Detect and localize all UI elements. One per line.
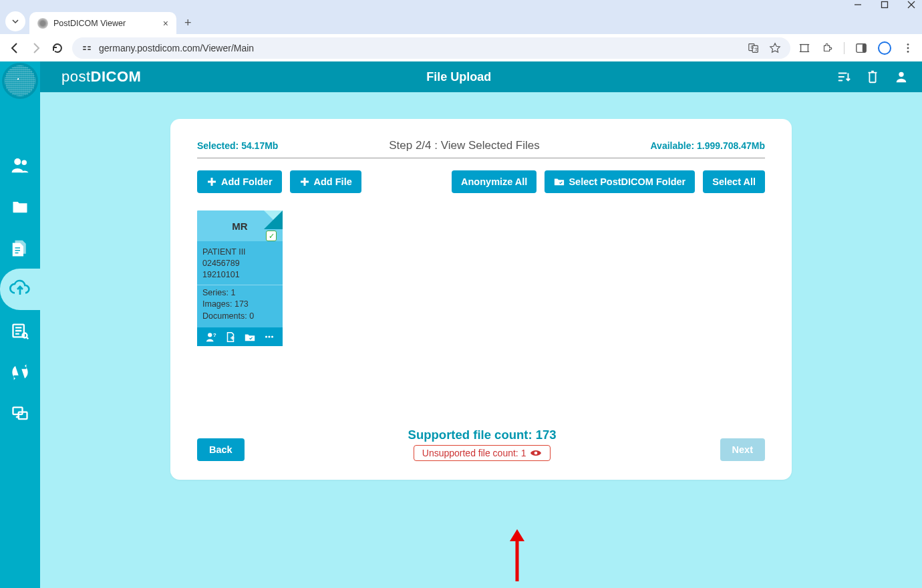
- translate-icon[interactable]: G文: [748, 42, 760, 54]
- file-card-actions: ?: [197, 327, 283, 346]
- available-size-label: Available: 1.999.708.47Mb: [651, 140, 765, 151]
- step-label: Step 2/4 : View Selected Files: [389, 139, 540, 152]
- app-body: Selected: 54.17Mb Step 2/4 : View Select…: [0, 61, 922, 588]
- sidepanel-icon[interactable]: [855, 42, 867, 54]
- minimize-icon[interactable]: [854, 0, 862, 11]
- address-bar[interactable]: germany.postdicom.com/Viewer/Main G文: [72, 37, 790, 59]
- site-settings-icon[interactable]: [82, 43, 92, 53]
- svg-point-29: [268, 336, 270, 338]
- back-button[interactable]: Back: [197, 438, 245, 461]
- toolbar-row: germany.postdicom.com/Viewer/Main G文: [0, 34, 922, 61]
- svg-point-31: [534, 452, 538, 455]
- sidebar-item-documents[interactable]: [0, 227, 40, 269]
- svg-rect-7: [88, 49, 91, 50]
- svg-rect-4: [83, 46, 86, 47]
- svg-rect-5: [88, 46, 91, 47]
- maximize-icon[interactable]: [881, 0, 889, 11]
- more-icon[interactable]: [263, 331, 275, 343]
- svg-point-16: [907, 47, 909, 49]
- eye-icon: [530, 448, 542, 458]
- svg-point-19: [14, 158, 21, 165]
- browser-tab[interactable]: PostDICOM Viewer ×: [29, 12, 176, 34]
- tab-strip: PostDICOM Viewer × +: [0, 11, 922, 34]
- content-area: Selected: 54.17Mb Step 2/4 : View Select…: [40, 61, 922, 588]
- svg-point-28: [265, 336, 267, 338]
- divider: [197, 158, 765, 158]
- svg-point-15: [907, 43, 909, 45]
- sidebar-item-worklist[interactable]: [0, 310, 40, 351]
- svg-rect-1: [882, 2, 888, 8]
- file-card[interactable]: MR ✓ PATIENT III 02456789 19210101 Serie…: [197, 210, 283, 346]
- sidebar-item-upload[interactable]: [0, 269, 40, 310]
- svg-rect-12: [801, 44, 808, 51]
- app-logo: [2, 63, 38, 99]
- anonymize-all-button[interactable]: Anonymize All: [452, 170, 536, 193]
- file-patient-info: PATIENT III 02456789 19210101: [197, 241, 283, 285]
- forward-icon: [29, 41, 43, 55]
- check-badge-icon: ✓: [266, 231, 277, 241]
- sidebar-item-patients[interactable]: [0, 144, 40, 186]
- sidebar-item-folders[interactable]: [0, 186, 40, 227]
- close-icon[interactable]: [907, 0, 915, 11]
- add-folder-button[interactable]: Add Folder: [197, 170, 282, 193]
- annotation-arrow: [507, 529, 527, 583]
- browser-chrome: PostDICOM Viewer × + germany.postdicom.c…: [0, 0, 922, 61]
- svg-text:?: ?: [212, 332, 216, 338]
- file-count-summary: Supported file count: 173 Unsupported fi…: [408, 428, 557, 461]
- next-button[interactable]: Next: [720, 438, 765, 461]
- plus-icon: [299, 176, 310, 187]
- action-button-row: Add Folder Add File Anonymize All Select…: [197, 170, 765, 193]
- upload-wizard-card: Selected: 54.17Mb Step 2/4 : View Select…: [170, 119, 792, 480]
- separator: [844, 42, 844, 54]
- url-text: germany.postdicom.com/Viewer/Main: [99, 43, 254, 53]
- tab-favicon: [37, 18, 48, 29]
- reload-icon[interactable]: [51, 41, 64, 55]
- svg-point-20: [22, 160, 27, 166]
- folder-icon: [554, 176, 565, 187]
- file-list: MR ✓ PATIENT III 02456789 19210101 Serie…: [197, 193, 765, 428]
- anonymize-icon[interactable]: ?: [205, 331, 217, 343]
- supported-count-label: Supported file count: 173: [408, 428, 557, 442]
- sidebar-item-sync[interactable]: [0, 351, 40, 393]
- svg-rect-6: [83, 49, 86, 50]
- svg-rect-14: [863, 43, 866, 52]
- move-folder-icon[interactable]: [244, 331, 256, 343]
- file-meta: Series: 1 Images: 173 Documents: 0: [197, 285, 283, 328]
- plus-icon: [206, 176, 217, 187]
- add-document-icon[interactable]: [224, 331, 237, 343]
- profile-avatar[interactable]: [878, 41, 891, 55]
- tab-search-button[interactable]: [5, 11, 25, 31]
- select-postdicom-folder-button[interactable]: Select PostDICOM Folder: [545, 170, 695, 193]
- window-controls: [0, 0, 922, 11]
- select-all-button[interactable]: Select All: [703, 170, 765, 193]
- sidebar: [0, 61, 40, 588]
- svg-point-26: [208, 333, 212, 337]
- unsupported-count-badge[interactable]: Unsupported file count: 1: [414, 445, 551, 461]
- back-icon[interactable]: [8, 41, 21, 55]
- crop-icon[interactable]: [798, 42, 810, 54]
- selected-size-label: Selected: 54.17Mb: [197, 140, 278, 151]
- tab-close-icon[interactable]: ×: [163, 18, 168, 29]
- sidebar-item-devices[interactable]: [0, 393, 40, 434]
- svg-text:G: G: [751, 44, 754, 49]
- svg-text:文: 文: [754, 46, 758, 51]
- bookmark-star-icon[interactable]: [769, 42, 781, 54]
- add-file-button[interactable]: Add File: [290, 170, 361, 193]
- svg-point-30: [271, 336, 273, 338]
- tab-title: PostDICOM Viewer: [53, 19, 158, 28]
- new-tab-button[interactable]: +: [184, 16, 192, 30]
- extensions-icon[interactable]: [821, 42, 833, 54]
- svg-point-17: [907, 50, 909, 52]
- kebab-menu-icon[interactable]: [902, 42, 914, 54]
